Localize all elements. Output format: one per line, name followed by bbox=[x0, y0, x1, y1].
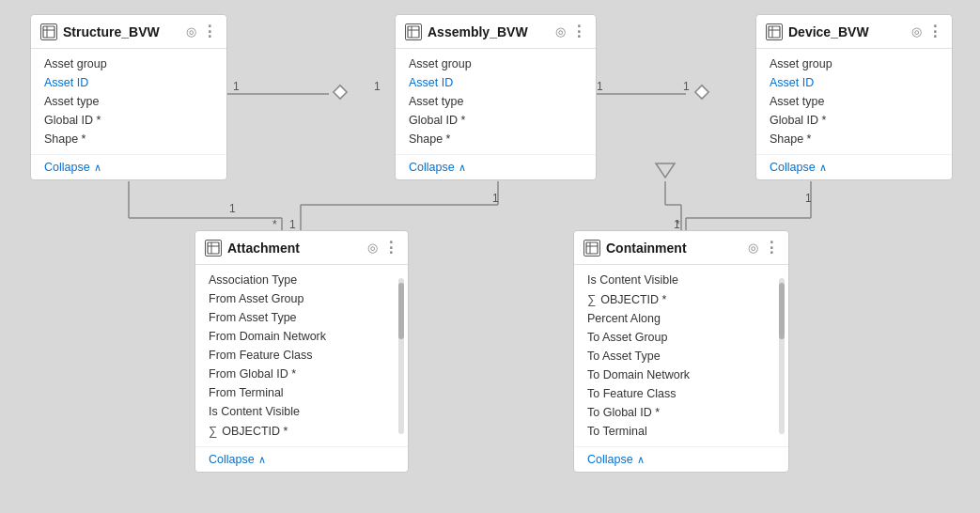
field-asset-type: Asset type bbox=[31, 92, 226, 111]
field-asset-id: Asset ID bbox=[756, 73, 952, 92]
field-shape: Shape * bbox=[756, 130, 952, 148]
device-chevron bbox=[819, 161, 827, 174]
device-fields: Asset group Asset ID Asset type Global I… bbox=[756, 49, 952, 154]
device-card: Device_BVW ◎ ⋮ Asset group Asset ID Asse… bbox=[755, 14, 953, 180]
field-to-feature-class: To Feature Class bbox=[574, 384, 788, 403]
field-from-asset-type: From Asset Type bbox=[195, 308, 408, 327]
svg-text:1: 1 bbox=[229, 202, 236, 215]
svg-rect-39 bbox=[208, 242, 219, 254]
containment-more-icon[interactable]: ⋮ bbox=[764, 239, 779, 256]
svg-text:1: 1 bbox=[492, 192, 499, 205]
field-percent-along: Percent Along bbox=[574, 309, 788, 328]
attachment-header-icons[interactable]: ◎ ⋮ bbox=[367, 239, 398, 256]
field-global-id: Global ID * bbox=[31, 111, 226, 130]
structure-fields: Asset group Asset ID Asset type Global I… bbox=[31, 49, 226, 154]
containment-title: Containment bbox=[606, 241, 742, 256]
structure-more-icon[interactable]: ⋮ bbox=[202, 23, 217, 40]
structure-header-icons[interactable]: ◎ ⋮ bbox=[186, 23, 217, 40]
field-shape: Shape * bbox=[396, 130, 596, 148]
attachment-scroll-thumb[interactable] bbox=[398, 283, 404, 339]
attachment-table-icon bbox=[205, 240, 222, 256]
structure-chevron bbox=[94, 161, 101, 174]
device-collapse[interactable]: Collapse bbox=[756, 154, 952, 179]
attachment-scrollbar[interactable] bbox=[398, 278, 404, 434]
svg-rect-36 bbox=[769, 26, 780, 38]
containment-header: Containment ◎ ⋮ bbox=[574, 231, 788, 265]
attachment-header: Attachment ◎ ⋮ bbox=[195, 231, 408, 265]
svg-rect-30 bbox=[43, 26, 54, 38]
assembly-header-icons[interactable]: ◎ ⋮ bbox=[555, 23, 586, 40]
containment-header-icons[interactable]: ◎ ⋮ bbox=[748, 239, 779, 256]
assembly-card: Assembly_BVW ◎ ⋮ Asset group Asset ID As… bbox=[395, 14, 597, 180]
containment-chevron bbox=[637, 453, 645, 466]
structure-title: Structure_BVW bbox=[63, 24, 180, 39]
field-asset-type: Asset type bbox=[396, 92, 596, 111]
field-objectid: ∑ OBJECTID * bbox=[574, 289, 788, 309]
field-to-domain-network: To Domain Network bbox=[574, 365, 788, 384]
structure-table-icon bbox=[40, 23, 57, 40]
attachment-collapse[interactable]: Collapse bbox=[195, 446, 408, 472]
svg-text:1: 1 bbox=[683, 80, 690, 93]
sum-icon: ∑ bbox=[587, 292, 596, 306]
svg-text:*: * bbox=[676, 218, 680, 231]
attachment-more-icon[interactable]: ⋮ bbox=[383, 239, 398, 256]
device-more-icon[interactable]: ⋮ bbox=[927, 23, 942, 40]
device-table-icon bbox=[766, 23, 783, 40]
structure-collapse[interactable]: Collapse bbox=[31, 154, 226, 179]
field-from-domain-network: From Domain Network bbox=[195, 327, 408, 346]
field-global-id: Global ID * bbox=[396, 111, 596, 130]
containment-scroll-thumb[interactable] bbox=[779, 283, 785, 339]
field-asset-group: Asset group bbox=[31, 54, 226, 73]
assembly-fields: Asset group Asset ID Asset type Global I… bbox=[396, 49, 596, 154]
device-eye-icon[interactable]: ◎ bbox=[911, 24, 922, 39]
field-global-id: Global ID * bbox=[756, 111, 952, 130]
canvas: 1 * 1 1 1 1 1 * 1 1 bbox=[0, 0, 980, 513]
svg-text:1: 1 bbox=[674, 218, 680, 231]
attachment-title: Attachment bbox=[227, 241, 362, 256]
svg-text:1: 1 bbox=[233, 80, 240, 93]
structure-eye-icon[interactable]: ◎ bbox=[186, 24, 196, 39]
svg-rect-24 bbox=[695, 86, 708, 99]
svg-rect-42 bbox=[586, 242, 598, 254]
field-to-global-id: To Global ID * bbox=[574, 403, 788, 422]
containment-collapse[interactable]: Collapse bbox=[574, 446, 788, 472]
device-header-icons[interactable]: ◎ ⋮ bbox=[911, 23, 942, 40]
field-to-asset-group: To Asset Group bbox=[574, 328, 788, 347]
structure-card: Structure_BVW ◎ ⋮ Asset group Asset ID A… bbox=[30, 14, 227, 180]
field-to-terminal: To Terminal bbox=[574, 422, 788, 441]
device-header: Device_BVW ◎ ⋮ bbox=[756, 15, 952, 49]
structure-header: Structure_BVW ◎ ⋮ bbox=[31, 15, 226, 49]
field-is-content-visible: Is Content Visible bbox=[195, 402, 408, 421]
field-shape: Shape * bbox=[31, 130, 226, 148]
attachment-fields: Association Type From Asset Group From A… bbox=[195, 265, 408, 446]
assembly-table-icon bbox=[405, 23, 422, 40]
containment-table-icon bbox=[583, 240, 600, 256]
assembly-title: Assembly_BVW bbox=[428, 24, 550, 39]
attachment-card: Attachment ◎ ⋮ Association Type From Ass… bbox=[194, 230, 409, 473]
assembly-header: Assembly_BVW ◎ ⋮ bbox=[396, 15, 596, 49]
field-from-global-id: From Global ID * bbox=[195, 365, 408, 383]
svg-text:1: 1 bbox=[374, 80, 381, 93]
sum-icon: ∑ bbox=[209, 424, 217, 438]
svg-marker-25 bbox=[656, 163, 675, 178]
containment-eye-icon[interactable]: ◎ bbox=[748, 241, 758, 255]
field-asset-group: Asset group bbox=[756, 54, 952, 73]
field-to-asset-type: To Asset Type bbox=[574, 347, 788, 365]
containment-scrollbar[interactable] bbox=[779, 278, 785, 434]
field-asset-type: Asset type bbox=[756, 92, 952, 111]
field-from-asset-group: From Asset Group bbox=[195, 289, 408, 308]
attachment-eye-icon[interactable]: ◎ bbox=[367, 241, 378, 255]
field-objectid: ∑ OBJECTID * bbox=[195, 421, 408, 441]
svg-text:*: * bbox=[272, 218, 277, 231]
svg-text:1: 1 bbox=[597, 80, 603, 93]
assembly-collapse[interactable]: Collapse bbox=[396, 154, 596, 179]
assembly-more-icon[interactable]: ⋮ bbox=[571, 23, 586, 40]
field-association-type: Association Type bbox=[195, 271, 408, 289]
containment-card: Containment ◎ ⋮ Is Content Visible ∑ OBJ… bbox=[573, 230, 789, 473]
containment-fields: Is Content Visible ∑ OBJECTID * Percent … bbox=[574, 265, 788, 446]
assembly-eye-icon[interactable]: ◎ bbox=[555, 24, 566, 39]
field-from-feature-class: From Feature Class bbox=[195, 346, 408, 365]
svg-text:1: 1 bbox=[289, 218, 296, 231]
svg-rect-33 bbox=[408, 26, 419, 38]
device-title: Device_BVW bbox=[788, 24, 906, 39]
